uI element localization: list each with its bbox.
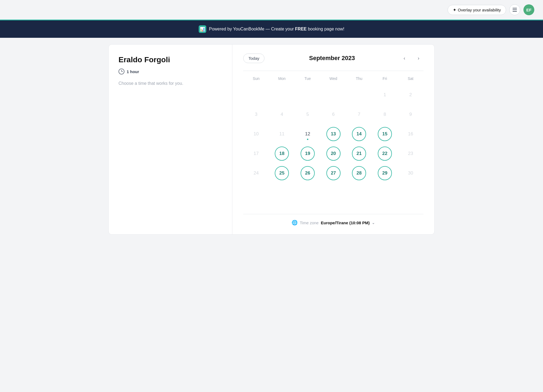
overlay-label: Overlay your availability bbox=[458, 8, 501, 12]
day-cell-17: 17 bbox=[243, 144, 269, 163]
day-cell-6: 6 bbox=[320, 105, 346, 124]
day-cell-empty bbox=[295, 85, 321, 105]
day-cell-19[interactable]: 19 bbox=[295, 144, 321, 163]
right-panel: Today September 2023 ‹ › Sun Mon Tue Wed… bbox=[232, 45, 434, 234]
day-cell-11: 11 bbox=[269, 124, 295, 144]
day-cell-26[interactable]: 26 bbox=[295, 163, 321, 183]
next-month-button[interactable]: › bbox=[414, 53, 423, 63]
calendar-divider bbox=[243, 71, 423, 71]
day-header-tue: Tue bbox=[295, 76, 321, 85]
day-cell-27[interactable]: 27 bbox=[320, 163, 346, 183]
prev-month-button[interactable]: ‹ bbox=[400, 53, 409, 63]
avatar[interactable]: EF bbox=[523, 4, 534, 15]
day-header-fri: Fri bbox=[372, 76, 398, 85]
top-nav: ✦ Overlay your availability EF bbox=[0, 0, 543, 20]
day-cell-21[interactable]: 21 bbox=[346, 144, 372, 163]
ycbm-icon: 📊 bbox=[199, 25, 206, 33]
day-cell-5: 5 bbox=[295, 105, 321, 124]
day-cell-14[interactable]: 14 bbox=[346, 124, 372, 144]
day-cell-20[interactable]: 20 bbox=[320, 144, 346, 163]
day-cell-8: 8 bbox=[372, 105, 398, 124]
choose-time-text: Choose a time that works for you. bbox=[118, 81, 222, 86]
day-cell-18[interactable]: 18 bbox=[269, 144, 295, 163]
day-cell-empty bbox=[243, 85, 269, 105]
day-cell-10: 10 bbox=[243, 124, 269, 144]
day-cell-12: 12 bbox=[295, 124, 321, 144]
banner-text: Powered by YouCanBookMe — Create your FR… bbox=[209, 27, 344, 32]
globe-icon: 🌐 bbox=[292, 220, 298, 226]
host-name: Eraldo Forgoli bbox=[118, 55, 222, 64]
duration-badge: 1 hour bbox=[118, 69, 222, 74]
timezone-label: Time zone bbox=[300, 220, 319, 225]
calendar-header: Today September 2023 ‹ › bbox=[243, 53, 423, 63]
timezone-footer: 🌐 Time zone Europe/Tirane (10:08 PM) ⌄ bbox=[243, 214, 423, 226]
timezone-value[interactable]: Europe/Tirane (10:08 PM) bbox=[321, 220, 370, 225]
day-cell-15[interactable]: 15 bbox=[372, 124, 398, 144]
day-cell-28[interactable]: 28 bbox=[346, 163, 372, 183]
clock-icon bbox=[118, 69, 124, 74]
day-cell-2: 2 bbox=[398, 85, 423, 105]
menu-line-1 bbox=[513, 8, 517, 8]
day-cell-1: 1 bbox=[372, 85, 398, 105]
calendar-grid: Sun Mon Tue Wed Thu Fri Sat 1 2 3 4 5 6 … bbox=[243, 76, 423, 183]
day-cell-25[interactable]: 25 bbox=[269, 163, 295, 183]
month-title: September 2023 bbox=[269, 55, 395, 62]
day-header-sat: Sat bbox=[398, 76, 423, 85]
day-cell-13[interactable]: 13 bbox=[320, 124, 346, 144]
menu-button[interactable] bbox=[509, 4, 520, 15]
day-cell-29[interactable]: 29 bbox=[372, 163, 398, 183]
day-header-mon: Mon bbox=[269, 76, 295, 85]
overlay-availability-button[interactable]: ✦ Overlay your availability bbox=[448, 5, 506, 15]
main-card: Eraldo Forgoli 1 hour Choose a time that… bbox=[108, 44, 435, 235]
day-header-thu: Thu bbox=[346, 76, 372, 85]
timezone-chevron-icon[interactable]: ⌄ bbox=[372, 220, 375, 225]
day-cell-3: 3 bbox=[243, 105, 269, 124]
day-cell-16: 16 bbox=[398, 124, 423, 144]
menu-line-3 bbox=[513, 11, 517, 12]
day-header-wed: Wed bbox=[320, 76, 346, 85]
day-header-sun: Sun bbox=[243, 76, 269, 85]
menu-line-2 bbox=[513, 10, 517, 10]
day-cell-24: 24 bbox=[243, 163, 269, 183]
day-cell-4: 4 bbox=[269, 105, 295, 124]
day-cell-23: 23 bbox=[398, 144, 423, 163]
day-cell-7: 7 bbox=[346, 105, 372, 124]
day-cell-22[interactable]: 22 bbox=[372, 144, 398, 163]
today-button[interactable]: Today bbox=[243, 54, 264, 63]
banner: 📊 Powered by YouCanBookMe — Create your … bbox=[0, 20, 543, 38]
duration-text: 1 hour bbox=[127, 69, 139, 74]
day-cell-empty bbox=[269, 85, 295, 105]
day-cell-empty bbox=[320, 85, 346, 105]
day-cell-empty bbox=[346, 85, 372, 105]
left-panel: Eraldo Forgoli 1 hour Choose a time that… bbox=[109, 45, 232, 234]
day-cell-9: 9 bbox=[398, 105, 423, 124]
sparkle-icon: ✦ bbox=[453, 7, 456, 13]
day-cell-30: 30 bbox=[398, 163, 423, 183]
